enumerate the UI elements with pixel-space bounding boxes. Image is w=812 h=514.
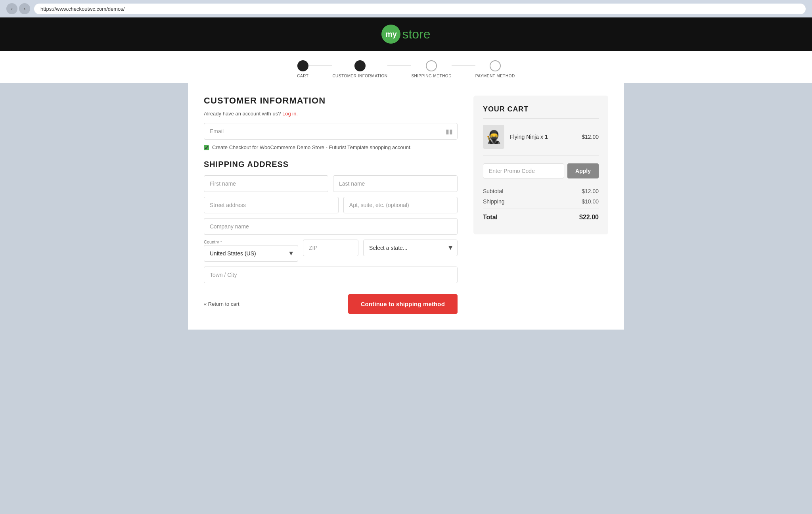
apt-input[interactable] [343, 197, 458, 213]
subtotal-label: Subtotal [483, 188, 503, 194]
main-wrapper: CUSTOMER INFORMATION Already have an acc… [188, 83, 624, 330]
shipping-address-title: SHIPPING ADDRESS [204, 160, 458, 169]
step-label-cart: CART [297, 74, 308, 78]
step-line-1 [308, 65, 332, 65]
shipping-value: $10.00 [582, 198, 599, 205]
apply-promo-button[interactable]: Apply [567, 163, 599, 178]
nav-buttons: ‹ › [6, 3, 30, 14]
company-group [204, 218, 458, 235]
city-input[interactable] [204, 267, 458, 283]
create-account-checkbox[interactable] [204, 145, 209, 150]
page-content: CUSTOMER INFORMATION Already have an acc… [204, 96, 608, 314]
cart-item: 🥷 Flying Ninja x 1 $12.00 [483, 125, 599, 155]
company-input[interactable] [204, 218, 458, 235]
cart-item-name: Flying Ninja x 1 [510, 134, 576, 140]
create-account-row: Create Checkout for WooCommerce Demo Sto… [204, 144, 458, 150]
back-button[interactable]: ‹ [6, 3, 17, 14]
cart-item-info: Flying Ninja x 1 [510, 134, 576, 140]
step-circle-customer [354, 60, 366, 71]
email-input[interactable] [204, 123, 458, 140]
total-value: $22.00 [579, 214, 599, 221]
step-circle-payment [490, 60, 501, 71]
city-group [204, 267, 458, 283]
street-input[interactable] [204, 197, 339, 213]
customer-information-title: CUSTOMER INFORMATION [204, 96, 458, 106]
subtotal-value: $12.00 [582, 188, 599, 194]
forward-button[interactable]: › [19, 3, 30, 14]
country-label: Country * [204, 240, 298, 244]
checkout-stepper: CART CUSTOMER INFORMATION SHIPPING METHO… [0, 51, 812, 83]
step-circle-shipping [426, 60, 437, 71]
logo-store-text: store [402, 27, 430, 42]
shipping-row: Shipping $10.00 [483, 198, 599, 205]
cart-item-price: $12.00 [582, 134, 599, 140]
state-select[interactable]: Select a state... [363, 240, 458, 256]
step-line-2 [387, 65, 411, 65]
shipping-label: Shipping [483, 198, 505, 205]
grand-total-row: Total $22.00 [483, 209, 599, 221]
return-to-cart-link[interactable]: « Return to cart [204, 301, 239, 307]
address-bar[interactable]: https://www.checkoutwc.com/demos/ [34, 4, 806, 14]
street-row [204, 197, 458, 213]
continue-to-shipping-button[interactable]: Continue to shipping method [348, 294, 458, 314]
create-account-label: Create Checkout for WooCommerce Demo Sto… [212, 144, 412, 150]
form-actions: « Return to cart Continue to shipping me… [204, 294, 458, 314]
step-line-3 [452, 65, 475, 65]
step-label-customer: CUSTOMER INFORMATION [332, 74, 387, 78]
first-name-input[interactable] [204, 175, 328, 192]
cart-section: YOUR CART 🥷 Flying Ninja x 1 $12.00 Appl… [473, 96, 608, 234]
country-zip-state-row: Country * United States (US) ▼ Select a … [204, 240, 458, 262]
totals: Subtotal $12.00 Shipping $10.00 Total $2… [483, 186, 599, 221]
promo-input[interactable] [483, 163, 564, 178]
logo-my-circle: my [381, 25, 400, 44]
logo: my store [381, 25, 430, 44]
cart-item-image: 🥷 [483, 125, 504, 149]
country-select[interactable]: United States (US) [204, 245, 298, 262]
step-label-payment: PAYMENT METHOD [475, 74, 515, 78]
total-label: Total [483, 214, 498, 221]
site-header: my store [0, 17, 812, 51]
browser-chrome: ‹ › https://www.checkoutwc.com/demos/ [0, 0, 812, 17]
form-section: CUSTOMER INFORMATION Already have an acc… [204, 96, 458, 314]
account-prompt: Already have an account with us? Log in. [204, 111, 458, 117]
step-shipping-method[interactable]: SHIPPING METHOD [411, 60, 451, 78]
step-label-shipping: SHIPPING METHOD [411, 74, 451, 78]
ninja-icon: 🥷 [486, 130, 502, 143]
login-link[interactable]: Log in. [282, 111, 298, 117]
last-name-input[interactable] [333, 175, 458, 192]
email-icon: ▮▮ [446, 128, 453, 135]
country-wrapper: Country * United States (US) ▼ [204, 240, 298, 262]
step-payment-method[interactable]: PAYMENT METHOD [475, 60, 515, 78]
subtotal-row: Subtotal $12.00 [483, 188, 599, 194]
step-cart[interactable]: CART [297, 60, 308, 78]
zip-input[interactable] [303, 240, 358, 256]
email-wrapper: ▮▮ [204, 123, 458, 140]
state-wrapper: Select a state... ▼ [363, 240, 458, 256]
step-customer-information[interactable]: CUSTOMER INFORMATION [332, 60, 387, 78]
step-circle-cart [297, 60, 308, 71]
promo-row: Apply [483, 163, 599, 178]
name-row [204, 175, 458, 192]
cart-title: YOUR CART [483, 105, 599, 119]
